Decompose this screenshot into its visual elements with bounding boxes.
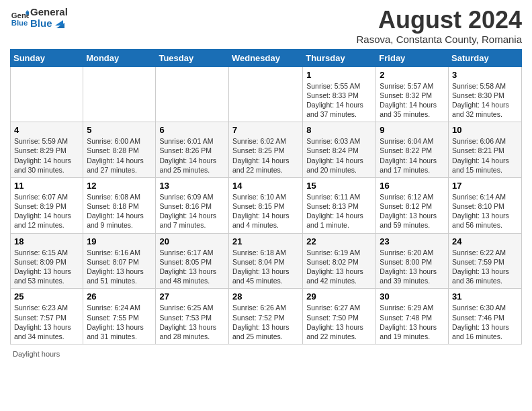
calendar-cell: 30Sunrise: 6:29 AM Sunset: 7:48 PM Dayli… [376, 289, 449, 345]
day-number: 18 [14, 236, 79, 246]
day-number: 10 [452, 125, 518, 135]
day-number: 31 [452, 291, 518, 302]
day-number: 26 [87, 291, 152, 302]
calendar-title: August 2024 [356, 7, 522, 34]
calendar-cell: 28Sunrise: 6:26 AM Sunset: 7:52 PM Dayli… [228, 289, 302, 345]
calendar-cell: 4Sunrise: 5:59 AM Sunset: 8:29 PM Daylig… [11, 122, 83, 178]
day-info: Sunrise: 5:59 AM Sunset: 8:29 PM Dayligh… [14, 136, 79, 175]
calendar-cell: 29Sunrise: 6:27 AM Sunset: 7:50 PM Dayli… [303, 289, 376, 345]
calendar-cell: 7Sunrise: 6:02 AM Sunset: 8:25 PM Daylig… [228, 122, 302, 178]
day-number: 2 [380, 70, 445, 80]
calendar-cell: 19Sunrise: 6:16 AM Sunset: 8:07 PM Dayli… [83, 233, 156, 289]
day-info: Sunrise: 6:07 AM Sunset: 8:19 PM Dayligh… [14, 192, 79, 230]
day-number: 11 [14, 181, 79, 191]
col-header-tuesday: Tuesday [156, 49, 229, 66]
day-number: 13 [159, 181, 225, 191]
day-info: Sunrise: 6:04 AM Sunset: 8:22 PM Dayligh… [380, 136, 445, 175]
day-info: Sunrise: 6:26 AM Sunset: 7:52 PM Dayligh… [232, 303, 299, 341]
logo: General Blue General Blue [10, 7, 68, 29]
day-number: 6 [159, 125, 225, 135]
svg-text:Blue: Blue [11, 18, 28, 26]
calendar-subtitle: Rasova, Constanta County, Romania [356, 34, 522, 45]
day-info: Sunrise: 6:14 AM Sunset: 8:10 PM Dayligh… [452, 192, 518, 230]
calendar-cell: 27Sunrise: 6:25 AM Sunset: 7:53 PM Dayli… [156, 289, 229, 345]
calendar-cell: 25Sunrise: 6:23 AM Sunset: 7:57 PM Dayli… [11, 289, 83, 345]
day-number: 28 [232, 291, 299, 302]
day-number: 22 [306, 236, 372, 246]
calendar-cell: 3Sunrise: 5:58 AM Sunset: 8:30 PM Daylig… [449, 66, 522, 122]
day-info: Sunrise: 6:16 AM Sunset: 8:07 PM Dayligh… [87, 248, 152, 286]
calendar-cell [156, 66, 229, 122]
day-number: 4 [14, 125, 79, 135]
calendar-cell: 12Sunrise: 6:08 AM Sunset: 8:18 PM Dayli… [83, 177, 156, 233]
day-info: Sunrise: 6:02 AM Sunset: 8:25 PM Dayligh… [232, 136, 299, 175]
day-number: 16 [380, 181, 445, 191]
day-info: Sunrise: 6:03 AM Sunset: 8:24 PM Dayligh… [306, 136, 372, 175]
day-number: 23 [380, 236, 445, 246]
calendar-cell [11, 66, 83, 122]
day-info: Sunrise: 6:19 AM Sunset: 8:02 PM Dayligh… [306, 248, 372, 286]
col-header-sunday: Sunday [11, 49, 83, 66]
calendar-cell: 9Sunrise: 6:04 AM Sunset: 8:22 PM Daylig… [376, 122, 449, 178]
col-header-thursday: Thursday [303, 49, 376, 66]
day-number: 27 [159, 291, 225, 302]
day-info: Sunrise: 6:23 AM Sunset: 7:57 PM Dayligh… [14, 303, 79, 341]
day-info: Sunrise: 6:30 AM Sunset: 7:46 PM Dayligh… [452, 303, 518, 341]
day-number: 19 [87, 236, 152, 246]
day-number: 15 [306, 181, 372, 191]
day-number: 1 [306, 70, 372, 80]
col-header-saturday: Saturday [449, 49, 522, 66]
day-number: 30 [380, 291, 445, 302]
calendar-cell: 18Sunrise: 6:15 AM Sunset: 8:09 PM Dayli… [11, 233, 83, 289]
calendar-cell [228, 66, 302, 122]
calendar-cell: 31Sunrise: 6:30 AM Sunset: 7:46 PM Dayli… [449, 289, 522, 345]
day-info: Sunrise: 6:15 AM Sunset: 8:09 PM Dayligh… [14, 248, 79, 286]
col-header-friday: Friday [376, 49, 449, 66]
day-number: 14 [232, 181, 299, 191]
title-block: August 2024 Rasova, Constanta County, Ro… [356, 7, 522, 45]
calendar-cell: 1Sunrise: 5:55 AM Sunset: 8:33 PM Daylig… [303, 66, 376, 122]
day-number: 7 [232, 125, 299, 135]
logo-general: General [30, 7, 68, 18]
day-number: 20 [159, 236, 225, 246]
calendar-cell: 10Sunrise: 6:06 AM Sunset: 8:21 PM Dayli… [449, 122, 522, 178]
logo-icon: General Blue [10, 9, 29, 28]
calendar-cell: 22Sunrise: 6:19 AM Sunset: 8:02 PM Dayli… [303, 233, 376, 289]
day-info: Sunrise: 6:06 AM Sunset: 8:21 PM Dayligh… [452, 136, 518, 175]
day-info: Sunrise: 6:17 AM Sunset: 8:05 PM Dayligh… [159, 248, 225, 286]
day-info: Sunrise: 6:01 AM Sunset: 8:26 PM Dayligh… [159, 136, 225, 175]
calendar-cell: 2Sunrise: 5:57 AM Sunset: 8:32 PM Daylig… [376, 66, 449, 122]
day-info: Sunrise: 5:58 AM Sunset: 8:30 PM Dayligh… [452, 81, 518, 120]
day-number: 9 [380, 125, 445, 135]
calendar-cell [83, 66, 156, 122]
calendar-cell: 11Sunrise: 6:07 AM Sunset: 8:19 PM Dayli… [11, 177, 83, 233]
calendar-cell: 14Sunrise: 6:10 AM Sunset: 8:15 PM Dayli… [228, 177, 302, 233]
day-info: Sunrise: 6:27 AM Sunset: 7:50 PM Dayligh… [306, 303, 372, 341]
day-number: 17 [452, 181, 518, 191]
day-info: Sunrise: 6:18 AM Sunset: 8:04 PM Dayligh… [232, 248, 299, 286]
col-header-monday: Monday [83, 49, 156, 66]
calendar-cell: 5Sunrise: 6:00 AM Sunset: 8:28 PM Daylig… [83, 122, 156, 178]
calendar-cell: 17Sunrise: 6:14 AM Sunset: 8:10 PM Dayli… [449, 177, 522, 233]
calendar-cell: 20Sunrise: 6:17 AM Sunset: 8:05 PM Dayli… [156, 233, 229, 289]
day-info: Sunrise: 5:55 AM Sunset: 8:33 PM Dayligh… [306, 81, 372, 120]
day-info: Sunrise: 6:08 AM Sunset: 8:18 PM Dayligh… [87, 192, 152, 230]
calendar-cell: 6Sunrise: 6:01 AM Sunset: 8:26 PM Daylig… [156, 122, 229, 178]
day-info: Sunrise: 6:00 AM Sunset: 8:28 PM Dayligh… [87, 136, 152, 175]
col-header-wednesday: Wednesday [228, 49, 302, 66]
calendar-cell: 8Sunrise: 6:03 AM Sunset: 8:24 PM Daylig… [303, 122, 376, 178]
calendar-cell: 24Sunrise: 6:22 AM Sunset: 7:59 PM Dayli… [449, 233, 522, 289]
day-info: Sunrise: 6:09 AM Sunset: 8:16 PM Dayligh… [159, 192, 225, 230]
day-number: 8 [306, 125, 372, 135]
calendar-cell: 26Sunrise: 6:24 AM Sunset: 7:55 PM Dayli… [83, 289, 156, 345]
calendar-cell: 16Sunrise: 6:12 AM Sunset: 8:12 PM Dayli… [376, 177, 449, 233]
svg-marker-5 [55, 20, 63, 26]
footer-daylight: Daylight hours [10, 350, 522, 358]
calendar-cell: 21Sunrise: 6:18 AM Sunset: 8:04 PM Dayli… [228, 233, 302, 289]
day-number: 24 [452, 236, 518, 246]
day-number: 25 [14, 291, 79, 302]
calendar-cell: 13Sunrise: 6:09 AM Sunset: 8:16 PM Dayli… [156, 177, 229, 233]
day-info: Sunrise: 6:24 AM Sunset: 7:55 PM Dayligh… [87, 303, 152, 341]
day-info: Sunrise: 6:29 AM Sunset: 7:48 PM Dayligh… [380, 303, 445, 341]
day-number: 3 [452, 70, 518, 80]
